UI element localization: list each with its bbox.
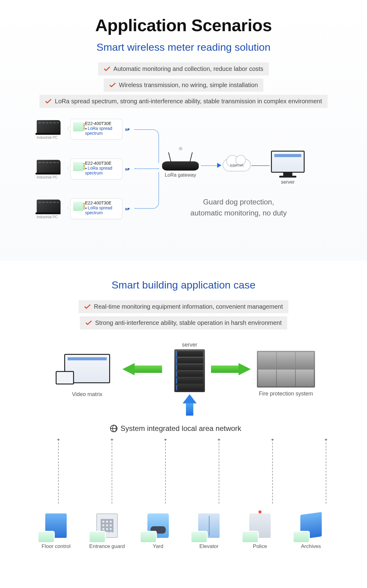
feature-item: Strong anti-interference ability, stable…	[80, 316, 287, 329]
feature-item: LoRa spread spectrum, strong anti-interf…	[39, 95, 327, 108]
lan-title-text: System integrated local area network	[120, 424, 241, 433]
feature-item: Wireless transmission, no wiring, simple…	[104, 79, 264, 92]
tagline-line: Guard dog protection,	[159, 197, 318, 208]
feature-text: LoRa spread spectrum, strong anti-interf…	[55, 98, 322, 105]
signal-icon	[125, 166, 129, 172]
module-model: E22-400T30E	[85, 200, 120, 205]
module-icon	[73, 162, 83, 171]
dotted-link	[135, 168, 159, 169]
gateway-label: LoRa gateway	[162, 172, 199, 178]
uplink-dashed	[272, 439, 273, 504]
industrial-pc-icon: Industrial PC	[37, 200, 61, 216]
arrow-right-icon	[217, 163, 221, 168]
scenario-2-section: Smart building application case Real-tim…	[0, 261, 367, 562]
dotted-link	[135, 172, 159, 209]
fire-system-icon: Fire protection system	[257, 351, 315, 397]
module-icon	[73, 202, 83, 211]
dotted-link	[135, 129, 159, 163]
scenario2-diagram: Video matrix server Fire protection syst…	[31, 342, 336, 549]
node-keypad: Entrance guard	[84, 513, 130, 549]
scenario-1-section: Application Scenarios Smart wireless met…	[0, 0, 367, 261]
server-icon: server	[271, 151, 305, 185]
module-model: E22-400T30E	[85, 161, 120, 166]
module-icon	[141, 532, 156, 542]
uplink-dashed	[326, 439, 326, 504]
node-label: Archives	[288, 543, 334, 549]
uplink-dashed	[112, 439, 112, 504]
lora-gateway-icon: ⦾ LoRa gateway	[162, 161, 199, 178]
server-label: server	[271, 179, 305, 185]
server-label: server	[174, 342, 205, 348]
scenario1-title: Smart wireless meter reading solution	[12, 41, 355, 53]
node-label: Entrance guard	[84, 543, 130, 549]
signal-icon	[125, 126, 129, 133]
node-archive: Archives	[288, 513, 334, 549]
arrow-right-icon	[211, 363, 251, 375]
check-icon	[109, 82, 116, 89]
module-model: E22-400T30E	[85, 121, 120, 126]
wifi-icon: ⦾	[179, 146, 182, 151]
pc-label: Industrial PC	[37, 135, 61, 140]
check-icon	[104, 66, 110, 72]
scenario2-title: Smart building application case	[12, 279, 355, 291]
industrial-pc-icon: Industrial PC	[37, 120, 61, 137]
server-rack-icon: server	[174, 342, 205, 392]
check-icon	[45, 98, 52, 105]
video-matrix-label: Video matrix	[64, 391, 110, 398]
link-line	[251, 165, 270, 166]
module-icon	[243, 532, 258, 542]
scenario1-tagline: Guard dog protection, automatic monitori…	[159, 197, 318, 219]
module-bubble: E22-400T30E LoRa spread spectrum	[70, 119, 122, 140]
dotted-link	[201, 165, 218, 166]
scenario1-diagram: Industrial PC Industrial PC Industrial P…	[24, 120, 343, 248]
node-row: Floor controlEntrance guardYardElevatorP…	[31, 513, 336, 549]
signal-icon	[125, 206, 129, 212]
module-mode: LoRa spread spectrum	[85, 166, 120, 175]
scenario1-features: Automatic monitoring and collection, red…	[12, 62, 355, 108]
feature-text: Wireless transmission, no wiring, simple…	[119, 82, 258, 89]
node-label: Elevator	[186, 543, 232, 549]
node-police: Police	[237, 513, 283, 549]
feature-text: Real-time monitoring equipment informati…	[94, 303, 283, 310]
arrow-up-icon	[183, 394, 197, 416]
check-icon	[85, 320, 92, 326]
page-title: Application Scenarios	[12, 15, 355, 35]
module-bubble: E22-400T30E LoRa spread spectrum	[70, 198, 122, 219]
video-matrix-icon: Video matrix	[64, 354, 110, 398]
pc-label: Industrial PC	[37, 215, 61, 219]
module-icon	[39, 532, 54, 542]
tablet-icon	[56, 371, 74, 384]
module-icon	[294, 532, 309, 542]
cloud-label: Internet	[230, 163, 243, 167]
module-bubble: E22-400T30E LoRa spread spectrum	[70, 159, 122, 179]
pc-label: Industrial PC	[37, 175, 61, 179]
feature-item: Automatic monitoring and collection, red…	[98, 62, 269, 75]
feature-text: Automatic monitoring and collection, red…	[113, 65, 263, 72]
globe-icon	[110, 425, 117, 432]
check-icon	[84, 303, 91, 310]
industrial-pc-icon: Industrial PC	[37, 160, 61, 176]
tagline-line: automatic monitoring, no duty	[159, 208, 318, 219]
module-icon	[73, 122, 83, 131]
module-mode: LoRa spread spectrum	[85, 126, 120, 136]
uplink-dashed	[219, 439, 219, 504]
node-elev: Elevator	[186, 513, 232, 549]
uplink-dashed	[165, 439, 166, 504]
arrow-left-icon	[122, 363, 162, 375]
node-car: Yard	[135, 513, 181, 549]
node-label: Yard	[135, 543, 181, 549]
cloud-icon: Internet	[223, 159, 251, 174]
node-tower: Floor control	[33, 513, 79, 549]
uplink-dashed	[58, 439, 59, 504]
node-label: Police	[237, 543, 283, 549]
scenario2-features: Real-time monitoring equipment informati…	[12, 300, 355, 329]
lan-title: System integrated local area network	[110, 424, 241, 433]
feature-item: Real-time monitoring equipment informati…	[79, 300, 288, 313]
node-label: Floor control	[33, 543, 79, 549]
module-icon	[191, 532, 207, 542]
module-icon	[90, 532, 105, 542]
fire-label: Fire protection system	[257, 391, 315, 397]
module-mode: LoRa spread spectrum	[85, 205, 120, 215]
feature-text: Strong anti-interference ability, stable…	[95, 319, 282, 326]
